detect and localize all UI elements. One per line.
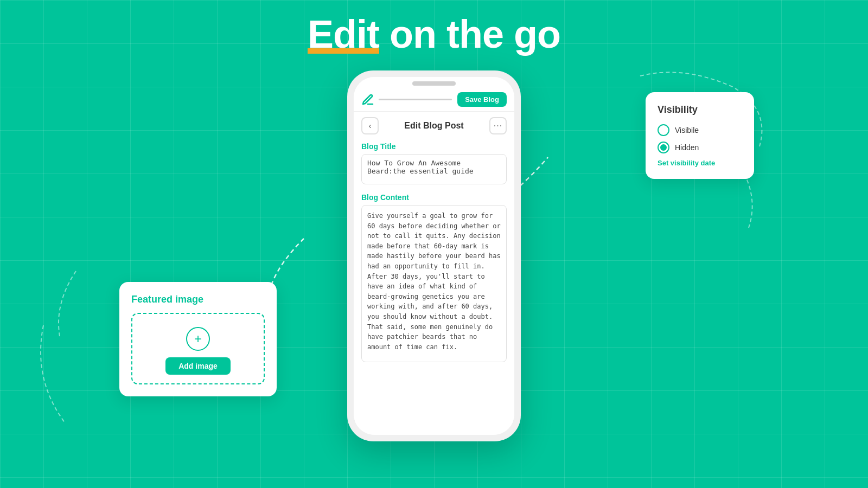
main-title: Edit on the go xyxy=(308,13,560,56)
blog-content-textarea[interactable]: Give yourself a goal to grow for 60 days… xyxy=(361,205,507,362)
title-part1: Edit xyxy=(308,12,379,56)
phone-body: Save Blog ‹ Edit Blog Post ··· Blog Titl… xyxy=(347,70,521,441)
phone-notch xyxy=(354,77,514,88)
hidden-label: Hidden xyxy=(675,143,699,152)
phone-content: ‹ Edit Blog Post ··· Blog Title How To G… xyxy=(354,112,514,435)
add-image-button[interactable]: Add image xyxy=(165,357,231,375)
notch-bar xyxy=(412,81,456,86)
phone-title-line xyxy=(379,99,452,100)
visibility-title: Visibility xyxy=(658,104,742,115)
blog-title-input[interactable]: How To Grow An Awesome Beard:the essenti… xyxy=(361,154,507,184)
visible-label: Visibile xyxy=(675,126,699,134)
more-options-button[interactable]: ··· xyxy=(489,117,507,134)
featured-image-card: Featured image + Add image xyxy=(119,282,277,396)
title-highlight: Edit xyxy=(308,13,379,56)
title-part2: on the go xyxy=(379,12,560,56)
phone-topbar: Save Blog xyxy=(354,88,514,112)
radio-visible[interactable] xyxy=(658,124,669,136)
radio-hidden-inner xyxy=(660,144,667,151)
add-circle-icon: + xyxy=(186,327,210,351)
back-button[interactable]: ‹ xyxy=(361,117,379,134)
blog-content-label: Blog Content xyxy=(361,193,507,202)
radio-hidden[interactable] xyxy=(658,142,669,153)
visibility-option-visible[interactable]: Visibile xyxy=(658,124,742,136)
edit-pen-icon xyxy=(361,93,374,106)
edit-post-header: ‹ Edit Blog Post ··· xyxy=(361,117,507,134)
phone-screen: Save Blog ‹ Edit Blog Post ··· Blog Titl… xyxy=(354,77,514,435)
set-visibility-link[interactable]: Set visibility date xyxy=(658,159,742,167)
title-area: Edit on the go xyxy=(308,13,560,56)
edit-post-title: Edit Blog Post xyxy=(379,121,489,131)
main-container: Edit on the go Save Blog xyxy=(0,0,868,488)
visibility-option-hidden[interactable]: Hidden xyxy=(658,142,742,153)
visibility-card: Visibility Visibile Hidden Set visibilit… xyxy=(646,92,754,179)
blog-title-label: Blog Title xyxy=(361,142,507,151)
save-blog-button[interactable]: Save Blog xyxy=(457,92,507,107)
featured-image-title: Featured image xyxy=(131,294,265,305)
image-drop-area: + Add image xyxy=(131,313,265,384)
phone-mockup: Save Blog ‹ Edit Blog Post ··· Blog Titl… xyxy=(347,70,521,441)
